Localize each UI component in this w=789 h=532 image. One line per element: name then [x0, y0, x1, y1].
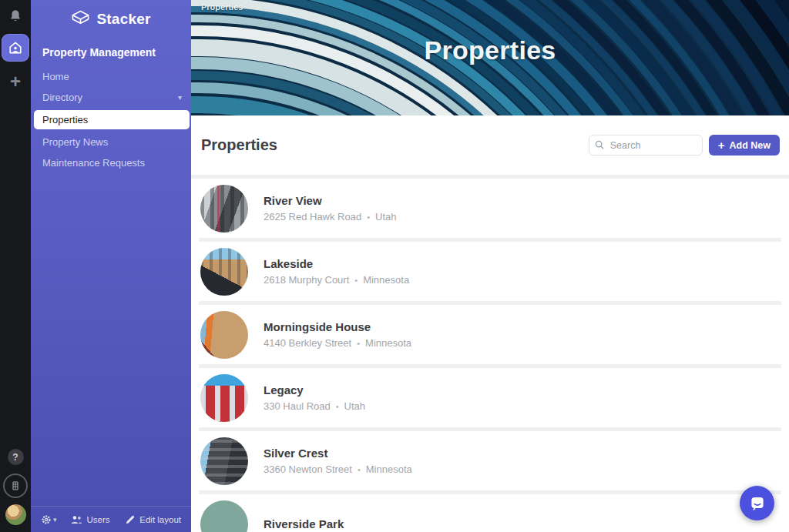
- sidebar-section-title: Property Management: [31, 39, 191, 66]
- add-new-label: Add New: [730, 140, 771, 151]
- property-street: 2618 Murphy Court: [264, 274, 349, 286]
- workspace-rail: + ?: [0, 0, 31, 532]
- breadcrumb[interactable]: Properties: [201, 2, 243, 12]
- property-photo: [200, 248, 248, 296]
- user-avatar[interactable]: [5, 504, 26, 525]
- property-name: Silver Crest: [264, 447, 412, 460]
- properties-list: River View 2625 Red Hawk Road•Utah Lakes…: [191, 175, 789, 532]
- property-name: Legacy: [264, 383, 365, 396]
- property-street: 330 Haul Road: [264, 400, 331, 412]
- property-row-legacy[interactable]: Legacy 330 Haul Road•Utah: [199, 368, 781, 431]
- dot-separator: •: [354, 276, 358, 285]
- property-state: Minnesota: [366, 463, 412, 475]
- building-icon: [9, 480, 22, 492]
- app-window: + ? Stacker Property Management Home Dir…: [0, 0, 789, 532]
- chat-bubble-icon: [747, 494, 767, 514]
- property-photo: [200, 185, 248, 233]
- sidebar-item-directory[interactable]: Directory ▾: [31, 88, 191, 107]
- users-label: Users: [87, 515, 110, 524]
- pencil-icon: [126, 515, 135, 524]
- property-street: 3360 Newton Street: [264, 463, 352, 475]
- logo-text: Stacker: [96, 11, 150, 28]
- property-subtitle: 3360 Newton Street•Minnesota: [264, 463, 412, 475]
- page-title: Properties: [201, 136, 277, 154]
- list-toolbar: Properties + Add New: [191, 115, 789, 175]
- sidebar-footer-left: ▾ Users: [41, 514, 110, 525]
- property-text: Silver Crest 3360 Newton Street•Minnesot…: [264, 447, 412, 475]
- add-app-plus-icon[interactable]: +: [10, 74, 21, 89]
- users-icon: [70, 515, 83, 524]
- property-text: Morningside House 4140 Berkley Street•Mi…: [264, 320, 411, 349]
- property-app-icon[interactable]: [2, 34, 29, 62]
- property-subtitle: 2618 Murphy Court•Minnesota: [264, 274, 409, 286]
- property-photo: [200, 311, 248, 359]
- property-street: 4140 Berkley Street: [264, 337, 351, 349]
- sidebar-item-label: Home: [42, 71, 69, 82]
- property-state: Utah: [375, 211, 396, 223]
- sidebar-footer: ▾ Users Edit layout: [31, 506, 191, 532]
- search-box: [589, 135, 703, 156]
- property-name: Lakeside: [264, 257, 409, 270]
- workspace-building-icon[interactable]: [3, 473, 28, 498]
- chat-launcher-button[interactable]: [740, 486, 774, 520]
- users-button[interactable]: Users: [70, 515, 110, 524]
- property-state: Minnesota: [363, 274, 409, 286]
- search-input[interactable]: [589, 135, 703, 156]
- sidebar-item-label: Maintenance Requests: [42, 157, 145, 169]
- search-icon: [594, 139, 605, 150]
- notifications-bell-icon[interactable]: [8, 8, 23, 24]
- app-sidebar: Stacker Property Management Home Directo…: [31, 0, 191, 532]
- dot-separator: •: [336, 402, 339, 411]
- gear-icon: [41, 514, 52, 525]
- property-photo: [200, 500, 248, 532]
- property-row-riverside-park[interactable]: Riverside Park: [199, 494, 781, 532]
- help-icon[interactable]: ?: [8, 449, 24, 465]
- property-row-river-view[interactable]: River View 2625 Red Hawk Road•Utah: [199, 179, 781, 242]
- property-name: Morningside House: [264, 320, 411, 333]
- property-row-lakeside[interactable]: Lakeside 2618 Murphy Court•Minnesota: [199, 242, 781, 305]
- sidebar-item-maintenance-requests[interactable]: Maintenance Requests: [31, 153, 191, 172]
- property-photo: [200, 437, 248, 485]
- dot-separator: •: [358, 465, 361, 474]
- property-text: Riverside Park: [264, 517, 344, 530]
- sidebar-item-label: Properties: [42, 114, 88, 125]
- property-street: 2625 Red Hawk Road: [264, 211, 361, 223]
- property-text: Legacy 330 Haul Road•Utah: [264, 383, 365, 412]
- property-subtitle: 330 Haul Road•Utah: [264, 400, 365, 412]
- plus-icon: +: [718, 139, 725, 151]
- property-text: Lakeside 2618 Murphy Court•Minnesota: [264, 257, 409, 286]
- settings-menu-button[interactable]: ▾: [41, 514, 57, 525]
- sidebar-item-label: Directory: [42, 92, 82, 103]
- chevron-down-icon: ▾: [53, 516, 57, 524]
- edit-layout-label: Edit layout: [139, 515, 181, 524]
- property-state: Minnesota: [365, 337, 411, 349]
- property-name: Riverside Park: [264, 517, 344, 530]
- stacker-logo[interactable]: Stacker: [31, 0, 191, 39]
- property-subtitle: 2625 Red Hawk Road•Utah: [264, 211, 397, 223]
- sidebar-item-label: Property News: [42, 136, 108, 148]
- toolbar-actions: + Add New: [589, 135, 780, 156]
- property-state: Utah: [344, 400, 365, 412]
- property-row-silver-crest[interactable]: Silver Crest 3360 Newton Street•Minnesot…: [199, 431, 781, 494]
- stacker-box-icon: [71, 9, 90, 28]
- chevron-down-icon: ▾: [178, 93, 182, 102]
- house-person-icon: [8, 40, 23, 55]
- property-subtitle: 4140 Berkley Street•Minnesota: [264, 337, 411, 349]
- hero-title: Properties: [191, 35, 789, 65]
- sidebar-item-property-news[interactable]: Property News: [31, 132, 191, 152]
- dot-separator: •: [367, 212, 370, 222]
- edit-layout-button[interactable]: Edit layout: [126, 515, 181, 524]
- sidebar-item-properties[interactable]: Properties: [34, 110, 190, 129]
- add-new-button[interactable]: + Add New: [709, 135, 780, 156]
- property-photo: [200, 374, 248, 422]
- property-name: River View: [264, 194, 397, 207]
- main-content: Properties Properties Properties + Add N…: [191, 0, 789, 532]
- sidebar-item-home[interactable]: Home: [31, 67, 191, 86]
- hero-banner: Properties Properties: [191, 0, 789, 115]
- dot-separator: •: [357, 339, 360, 348]
- property-row-morningside-house[interactable]: Morningside House 4140 Berkley Street•Mi…: [199, 305, 781, 368]
- property-text: River View 2625 Red Hawk Road•Utah: [264, 194, 397, 223]
